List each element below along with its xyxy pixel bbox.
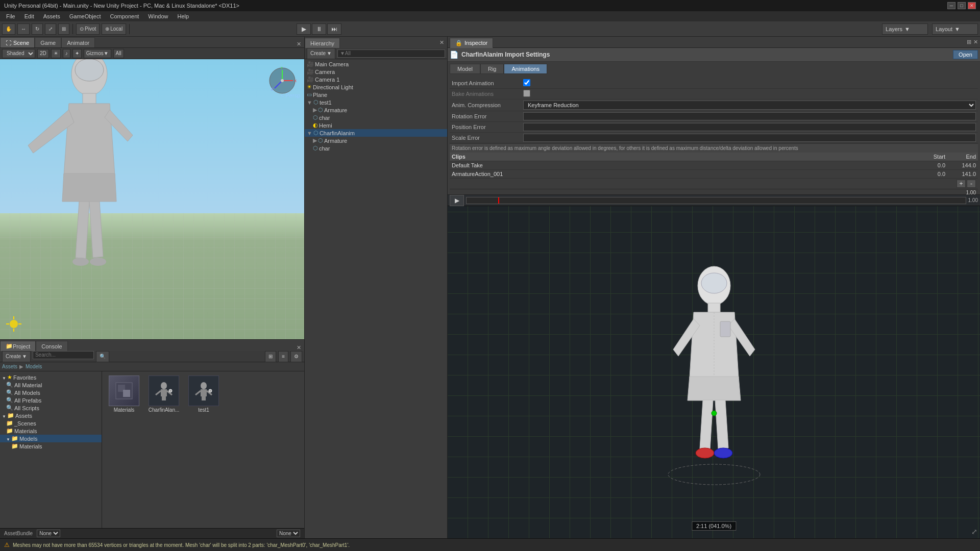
- 2d-btn[interactable]: 2D: [37, 49, 49, 58]
- fx-btn[interactable]: ✦: [72, 49, 82, 58]
- all-scripts-item[interactable]: 🔍 All Scripts: [0, 404, 102, 412]
- h-directional-light[interactable]: ☀ Directional Light: [305, 83, 447, 91]
- all-materials-item[interactable]: 🔍 All Material: [0, 381, 102, 389]
- tool-move[interactable]: ↔: [17, 23, 30, 35]
- tool-rotate[interactable]: ↻: [32, 23, 43, 35]
- menu-edit[interactable]: Edit: [20, 12, 38, 20]
- assetbundle-select[interactable]: None: [37, 530, 60, 537]
- inspector-tab[interactable]: 🔒 Inspector: [450, 38, 493, 48]
- insp-tab-animations[interactable]: Animations: [504, 64, 547, 74]
- h-char2[interactable]: ⬡ char: [305, 144, 447, 152]
- import-animation-check[interactable]: [523, 79, 530, 86]
- project-search[interactable]: [33, 351, 94, 359]
- pause-btn[interactable]: ⏸: [312, 23, 326, 35]
- project-create-btn[interactable]: Create ▼: [2, 351, 31, 362]
- anim-compression-select[interactable]: Keyframe Reduction Optimal Off: [523, 101, 976, 110]
- tab-console[interactable]: Console: [36, 341, 67, 351]
- h-char1[interactable]: ⬡ char: [305, 114, 447, 121]
- scene-close-icon[interactable]: ✕: [293, 41, 304, 47]
- project-tabs: 📁 Project Console ✕: [0, 340, 304, 351]
- corner-icon[interactable]: ⤢: [971, 528, 977, 536]
- h-camera[interactable]: 🎥 Camera: [305, 68, 447, 76]
- bake-animations-check[interactable]: [523, 90, 530, 97]
- anim-timeline-bar[interactable]: [466, 197, 966, 204]
- materials-folder[interactable]: 📁 Materials: [0, 427, 102, 435]
- tab-scene[interactable]: ⛶ Scene: [0, 37, 35, 47]
- asset-materials[interactable]: Materials: [106, 375, 142, 413]
- inspector-close-icon[interactable]: ✕: [973, 39, 978, 45]
- rotation-error-input[interactable]: 0.5: [523, 112, 976, 120]
- step-btn[interactable]: ⏭: [327, 23, 341, 35]
- assets-folder[interactable]: 📁 Assets: [0, 412, 102, 419]
- all-prefabs-item[interactable]: 🔍 All Prefabs: [0, 396, 102, 404]
- pivot-btn[interactable]: ⊙ Pivot: [76, 23, 100, 35]
- tool-scale[interactable]: ⤢: [45, 23, 56, 35]
- tool-hand[interactable]: ✋: [2, 23, 15, 35]
- hierarchy-close-icon[interactable]: ✕: [436, 37, 447, 48]
- h-hemi[interactable]: ◐ Hemi: [305, 121, 447, 129]
- inspector-grid-icon[interactable]: ⊞: [967, 39, 971, 45]
- favorites-folder[interactable]: ★ Favorites: [0, 373, 102, 381]
- project-settings-btn[interactable]: ⚙: [290, 351, 302, 362]
- clip-add-btn[interactable]: +: [957, 180, 966, 188]
- svg-point-12: [75, 59, 104, 81]
- scale-error-input[interactable]: 0.5: [523, 134, 976, 142]
- all-btn[interactable]: All: [113, 49, 124, 58]
- hierarchy-search[interactable]: [337, 49, 445, 58]
- all-models-item[interactable]: 🔍 All Models: [0, 389, 102, 396]
- clip-remove-btn[interactable]: -: [967, 180, 976, 188]
- project-icons-btn[interactable]: ⊞: [265, 351, 276, 362]
- scenes-folder[interactable]: 📁 _Scenes: [0, 419, 102, 427]
- menu-component[interactable]: Component: [106, 12, 143, 20]
- inspector-open-btn[interactable]: Open: [953, 50, 978, 59]
- scene-view[interactable]: X Y Z < Persp: [0, 59, 304, 339]
- sep2: [129, 24, 130, 34]
- h-camera1[interactable]: 🎥 Camera 1: [305, 76, 447, 83]
- h-charfinanim[interactable]: ▼ ⬡ CharfinAlanim: [305, 129, 447, 137]
- models-breadcrumb[interactable]: Models: [26, 364, 42, 369]
- clip-default-take[interactable]: Default Take 0.0 144.0: [450, 161, 978, 170]
- tab-game[interactable]: Game: [35, 37, 61, 47]
- play-btn[interactable]: ▶: [297, 23, 311, 35]
- tool-rect[interactable]: ⊞: [58, 23, 69, 35]
- position-error-input[interactable]: 0.5: [523, 123, 976, 131]
- menu-help[interactable]: Help: [173, 12, 193, 20]
- h-armature1[interactable]: ▶ ⬡ Armature: [305, 106, 447, 114]
- tab-animator[interactable]: Animator: [61, 37, 95, 47]
- asset-charfinanim[interactable]: CharfinAlan...: [146, 375, 182, 413]
- h-main-camera[interactable]: 🎥 Main Camera: [305, 60, 447, 68]
- maximize-btn[interactable]: □: [958, 2, 966, 9]
- layout-dropdown[interactable]: Layout ▼: [932, 23, 978, 35]
- audio-btn[interactable]: ♪: [63, 49, 70, 58]
- svg-rect-43: [720, 321, 730, 337]
- project-search-btn[interactable]: 🔍: [96, 351, 109, 362]
- layers-dropdown[interactable]: Layers ▼: [882, 23, 928, 35]
- lighting-btn[interactable]: ☀: [51, 49, 61, 58]
- project-list-btn[interactable]: ≡: [278, 351, 288, 362]
- hierarchy-create-btn[interactable]: Create ▼: [307, 48, 335, 59]
- tab-project[interactable]: 📁 Project: [0, 341, 36, 351]
- menu-window[interactable]: Window: [144, 12, 172, 20]
- gizmos-btn[interactable]: Gizmos ▼: [84, 49, 111, 58]
- menu-assets[interactable]: Assets: [39, 12, 64, 20]
- h-test1[interactable]: ▼ ⬡ test1: [305, 98, 447, 106]
- models-materials-folder[interactable]: 📁 Materials: [0, 442, 102, 450]
- insp-tab-rig[interactable]: Rig: [480, 64, 504, 74]
- close-btn[interactable]: ✕: [968, 2, 976, 9]
- minimize-btn[interactable]: ─: [947, 2, 955, 9]
- local-btn[interactable]: ⊕ Local: [102, 23, 126, 35]
- h-armature2[interactable]: ▶ ⬡ Armature: [305, 137, 447, 144]
- assetbundle2-select[interactable]: None: [277, 530, 300, 537]
- menu-file[interactable]: File: [2, 12, 19, 20]
- project-close-icon[interactable]: ✕: [293, 344, 304, 351]
- h-plane[interactable]: ▭ Plane: [305, 91, 447, 98]
- asset-test1[interactable]: test1: [186, 375, 222, 413]
- assets-breadcrumb[interactable]: Assets: [2, 364, 17, 369]
- anim-play-btn[interactable]: ▶: [450, 195, 464, 206]
- clip-armature-action[interactable]: ArmatureAction_001 0.0 141.0: [450, 170, 978, 179]
- models-folder[interactable]: 📁 Models: [0, 435, 102, 442]
- menu-gameobject[interactable]: GameObject: [65, 12, 105, 20]
- insp-tab-model[interactable]: Model: [450, 64, 480, 74]
- shaded-select[interactable]: Shaded: [2, 49, 35, 58]
- tab-hierarchy[interactable]: Hierarchy: [305, 38, 340, 48]
